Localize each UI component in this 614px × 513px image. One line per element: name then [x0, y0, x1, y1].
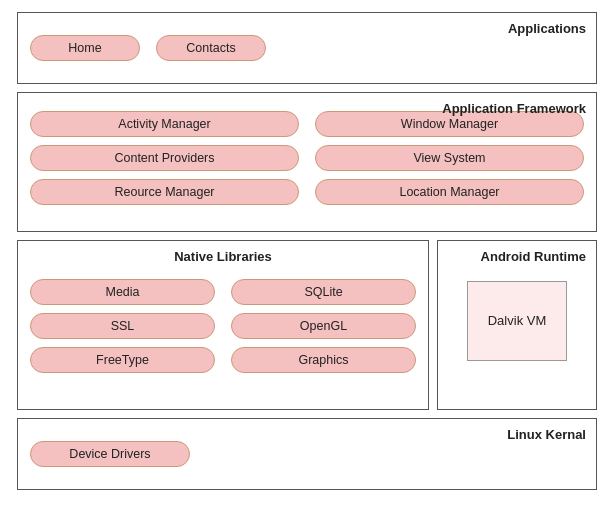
- linux-label: Linux Kernal: [507, 427, 586, 442]
- activity-manager-button[interactable]: Activity Manager: [30, 111, 299, 137]
- linux-layer: Linux Kernal Device Drivers: [17, 418, 597, 490]
- android-runtime-layer: Android Runtime Dalvik VM: [437, 240, 597, 410]
- dalvik-label: Dalvik VM: [488, 313, 547, 328]
- ssl-button[interactable]: SSL: [30, 313, 215, 339]
- framework-label: Application Framework: [442, 101, 586, 116]
- dalvik-vm-box: Dalvik VM: [467, 281, 567, 361]
- home-button[interactable]: Home: [30, 35, 140, 61]
- opengl-button[interactable]: OpenGL: [231, 313, 416, 339]
- applications-buttons: Home Contacts: [30, 35, 584, 61]
- bottom-section: Native Libraries Media SQLite SSL OpenGL…: [17, 240, 597, 410]
- applications-label: Applications: [508, 21, 586, 36]
- media-button[interactable]: Media: [30, 279, 215, 305]
- applications-layer: Applications Home Contacts: [17, 12, 597, 84]
- freetype-button[interactable]: FreeType: [30, 347, 215, 373]
- framework-buttons: Activity Manager Window Manager Content …: [30, 111, 584, 205]
- content-providers-button[interactable]: Content Providers: [30, 145, 299, 171]
- native-libraries-layer: Native Libraries Media SQLite SSL OpenGL…: [17, 240, 429, 410]
- sqlite-button[interactable]: SQLite: [231, 279, 416, 305]
- android-runtime-label: Android Runtime: [481, 249, 586, 264]
- device-drivers-button[interactable]: Device Drivers: [30, 441, 190, 467]
- framework-layer: Application Framework Activity Manager W…: [17, 92, 597, 232]
- graphics-button[interactable]: Graphics: [231, 347, 416, 373]
- view-system-button[interactable]: View System: [315, 145, 584, 171]
- linux-buttons: Device Drivers: [30, 441, 584, 467]
- location-manager-button[interactable]: Location Manager: [315, 179, 584, 205]
- architecture-diagram: Applications Home Contacts Application F…: [17, 12, 597, 502]
- native-libraries-label: Native Libraries: [174, 249, 272, 264]
- native-buttons: Media SQLite SSL OpenGL FreeType Graphic…: [30, 279, 416, 373]
- contacts-button[interactable]: Contacts: [156, 35, 266, 61]
- resource-manager-button[interactable]: Reource Manager: [30, 179, 299, 205]
